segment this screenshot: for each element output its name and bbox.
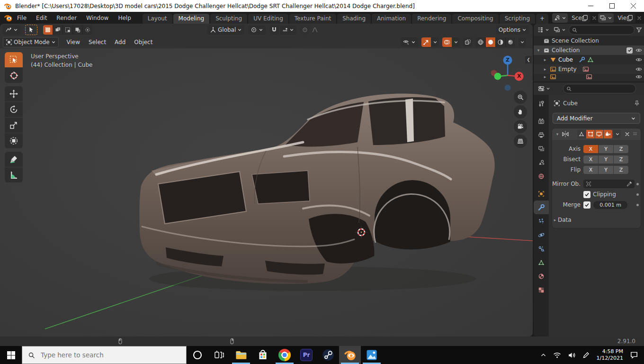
tab-animation[interactable]: Animation xyxy=(372,14,411,24)
eye-icon[interactable] xyxy=(635,56,642,63)
properties-editor-type-dropdown[interactable] xyxy=(537,84,552,93)
animate-dot[interactable] xyxy=(636,183,639,185)
minimize-button[interactable] xyxy=(580,0,601,12)
tool-rotate[interactable] xyxy=(5,102,23,117)
taskbar-steam[interactable] xyxy=(317,346,339,364)
tab-tool[interactable] xyxy=(534,97,549,110)
taskbar-chrome[interactable] xyxy=(274,346,295,364)
shading-solid-button[interactable] xyxy=(486,37,495,47)
viewport-menu-view[interactable]: View xyxy=(63,39,84,46)
select-mode-subtract-button[interactable] xyxy=(63,25,72,35)
show-gizmo-button[interactable] xyxy=(421,37,431,47)
snap-target-dropdown[interactable] xyxy=(280,25,296,35)
modifier-delete-icon[interactable] xyxy=(624,131,630,137)
task-view-button[interactable] xyxy=(208,346,230,364)
tab-modifiers[interactable] xyxy=(534,200,549,214)
shading-dropdown[interactable] xyxy=(519,37,526,47)
eye-icon[interactable] xyxy=(635,47,642,54)
show-overlays-button[interactable] xyxy=(442,37,452,47)
editor-type-dropdown[interactable] xyxy=(3,25,20,35)
select-mode-new-button[interactable] xyxy=(43,25,53,35)
gizmo-dropdown[interactable] xyxy=(431,37,439,47)
tab-sculpting[interactable]: Sculpting xyxy=(210,14,247,24)
orthographic-toggle-button[interactable] xyxy=(514,135,527,148)
menu-edit[interactable]: Edit xyxy=(31,15,52,21)
modifier-show-on-cage-toggle[interactable] xyxy=(577,130,586,138)
outliner-item-label[interactable]: Scene Collection xyxy=(552,37,599,44)
tool-select-box[interactable] xyxy=(5,52,23,67)
bisect-y-toggle[interactable]: Y xyxy=(599,155,613,164)
select-mode-intersect-button[interactable] xyxy=(83,25,92,35)
clipping-checkbox[interactable] xyxy=(583,191,590,198)
modifier-drag-handle[interactable] xyxy=(632,131,638,137)
tool-move[interactable] xyxy=(5,86,23,101)
tab-material[interactable] xyxy=(534,269,549,283)
eye-icon[interactable] xyxy=(635,66,642,73)
pan-button[interactable] xyxy=(514,105,527,118)
taskbar-store[interactable] xyxy=(252,346,274,364)
gizmo-neg-z-ball[interactable] xyxy=(505,85,511,91)
viewport-3d[interactable]: User Perspective (44) Collection | Cube xyxy=(0,48,533,337)
gizmo-y-ball[interactable] xyxy=(494,73,501,80)
falloff-curve-icon[interactable] xyxy=(312,27,318,33)
modifier-wrench-icon[interactable] xyxy=(579,56,585,63)
tool-cursor[interactable] xyxy=(5,68,23,83)
scene-browse-icon[interactable] xyxy=(552,13,568,23)
tool-scale[interactable] xyxy=(5,118,23,133)
tab-scripting[interactable]: Scripting xyxy=(500,14,535,24)
tab-view-layer[interactable] xyxy=(534,142,549,155)
menu-file[interactable]: File xyxy=(12,15,31,21)
mirror-object-field[interactable] xyxy=(583,180,635,188)
windows-ink-pen-icon[interactable] xyxy=(582,351,590,359)
snap-toggle-button[interactable] xyxy=(269,25,279,35)
funnel-filter-icon[interactable] xyxy=(636,27,642,33)
outliner-row-collection[interactable]: ▾ Collection xyxy=(534,46,644,55)
tab-compositing[interactable]: Compositing xyxy=(452,14,498,24)
blender-logo-menu[interactable] xyxy=(4,14,12,22)
modifier-show-viewport-toggle[interactable] xyxy=(595,130,604,138)
bisect-z-toggle[interactable]: Z xyxy=(614,155,628,164)
flip-x-toggle[interactable]: X xyxy=(583,166,598,174)
viewport-menu-object[interactable]: Object xyxy=(130,39,157,46)
start-button[interactable] xyxy=(0,346,22,364)
eyedropper-icon[interactable] xyxy=(626,181,632,187)
disclosure-expanded[interactable]: ▾ xyxy=(536,48,541,53)
tray-expand-chevron-icon[interactable] xyxy=(540,352,546,358)
menu-help[interactable]: Help xyxy=(113,15,135,21)
data-subpanel-arrow[interactable]: ▸ xyxy=(552,218,558,222)
toggle-xray-button[interactable] xyxy=(463,37,473,47)
tool-measure[interactable] xyxy=(5,167,23,182)
taskbar-clock[interactable]: 4:58 PM 1/12/2021 xyxy=(597,348,623,362)
tab-object-data[interactable] xyxy=(534,255,549,269)
bisect-x-toggle[interactable]: X xyxy=(583,155,598,164)
tab-shading[interactable]: Shading xyxy=(337,14,371,24)
zoom-button[interactable] xyxy=(514,91,527,104)
panel-expand-arrow[interactable]: ▾ xyxy=(555,132,560,136)
tab-render[interactable] xyxy=(534,114,549,128)
maximize-button[interactable] xyxy=(601,0,623,12)
image-data-icon[interactable] xyxy=(586,74,592,80)
scene-selector[interactable]: Scene xyxy=(552,13,590,23)
sidebar-collapse-arrow[interactable]: ❮ xyxy=(525,56,532,64)
modifier-show-edit-mode-toggle[interactable] xyxy=(586,130,595,138)
cortana-button[interactable] xyxy=(187,346,208,364)
disclosure-collapsed[interactable]: ▸ xyxy=(542,67,548,72)
properties-search[interactable] xyxy=(563,84,636,93)
camera-view-button[interactable] xyxy=(514,120,527,133)
data-subpanel-label[interactable]: Data xyxy=(558,217,572,223)
outliner-item-label[interactable]: Collection xyxy=(552,47,580,54)
tool-transform[interactable] xyxy=(5,133,23,148)
viewport-menu-select[interactable]: Select xyxy=(84,39,110,46)
tab-particles[interactable] xyxy=(534,214,549,228)
transform-orientation-dropdown[interactable]: Global xyxy=(207,25,244,35)
taskbar-premiere[interactable]: Pr xyxy=(295,346,317,364)
merge-threshold-field[interactable]: 0.001 m xyxy=(593,201,627,209)
menu-window[interactable]: Window xyxy=(81,15,113,21)
scene-name[interactable]: Scene xyxy=(568,15,581,21)
breadcrumb-object-name[interactable]: Cube xyxy=(563,100,578,107)
modifier-extras-dropdown[interactable] xyxy=(614,130,621,138)
properties-search-input[interactable] xyxy=(573,85,633,92)
outliner-filter-dropdown[interactable] xyxy=(552,25,567,35)
shading-rendered-button[interactable] xyxy=(506,37,515,47)
modifier-show-render-toggle[interactable] xyxy=(604,130,612,138)
